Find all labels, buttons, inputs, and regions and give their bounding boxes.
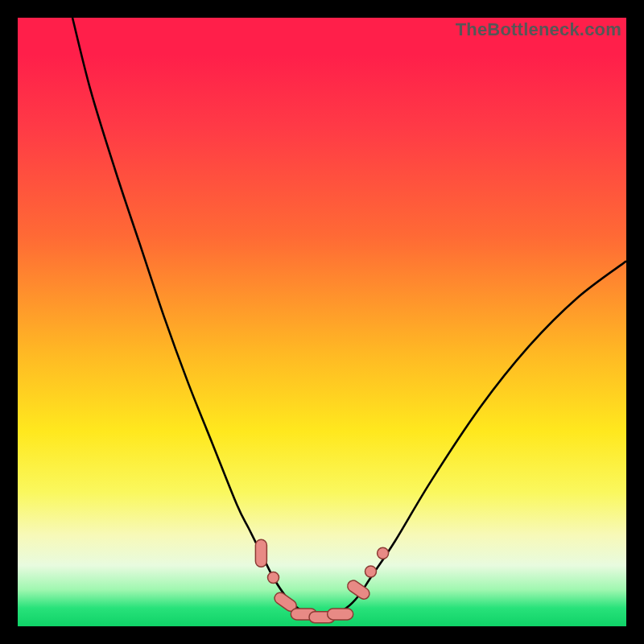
curve-marker — [365, 566, 376, 577]
curve-marker — [328, 609, 353, 620]
chart-frame: TheBottleneck.com — [0, 0, 644, 644]
curve-marker — [255, 539, 266, 567]
curve-marker — [268, 572, 279, 584]
plot-area: TheBottleneck.com — [18, 18, 626, 626]
curve-line — [72, 18, 626, 617]
curve-marker — [378, 547, 389, 559]
bottleneck-curve — [18, 18, 626, 626]
